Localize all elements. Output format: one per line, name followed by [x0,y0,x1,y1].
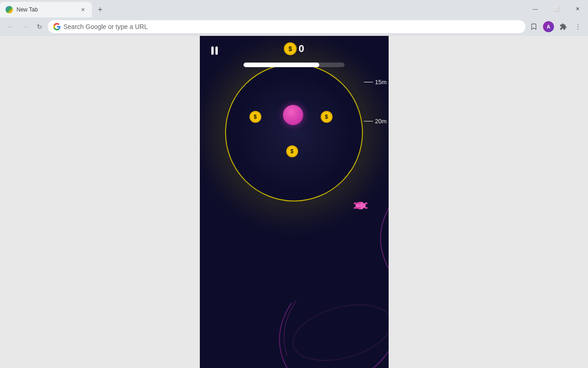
profile-avatar: A [543,21,554,32]
address-bar: ← → ↻ Search Google or type a URL A [0,17,588,36]
forward-button[interactable]: → [18,20,31,33]
coin-symbol-left: $ [254,114,257,120]
svg-rect-11 [365,207,368,209]
svg-rect-6 [356,202,361,204]
tab-title: New Tab [17,6,75,13]
player-car [354,201,368,212]
car-svg [354,201,368,210]
back-button[interactable]: ← [4,20,17,33]
pause-icon [211,46,218,55]
pause-button[interactable] [205,41,224,60]
tab-strip: New Tab ✕ + [0,0,107,17]
reload-button[interactable]: ↻ [33,20,46,33]
bookmark-button[interactable] [527,20,540,33]
svg-rect-7 [356,207,361,209]
active-tab[interactable]: New Tab ✕ [0,2,92,17]
new-tab-button[interactable]: + [94,3,107,16]
coin-bottom: $ [286,145,298,157]
svg-point-0 [577,24,578,25]
coin-symbol-right: $ [325,114,328,120]
svg-rect-9 [354,207,356,209]
chrome-browser: New Tab ✕ + — ⬜ ✕ ← → ↻ Search Google or… [0,0,588,368]
progress-bar [243,63,345,67]
svg-point-3 [287,295,388,368]
search-placeholder: Search Google or type a URL [63,23,520,30]
pink-ball [283,105,303,125]
svg-rect-8 [354,202,356,204]
window-controls: — ⬜ ✕ [525,0,588,17]
coin-symbol-bottom: $ [290,148,294,155]
svg-rect-10 [365,202,368,204]
coin-right: $ [321,111,333,123]
menu-button[interactable] [571,20,584,33]
title-bar: New Tab ✕ + — ⬜ ✕ [0,0,588,17]
page-content: $ 0 15m 20m $ [0,36,588,368]
score-display: $ 0 [284,42,304,55]
close-button[interactable]: ✕ [567,1,588,16]
tab-favicon [6,6,13,13]
coin-symbol: $ [288,45,292,52]
svg-point-1 [577,26,578,27]
minimize-button[interactable]: — [525,1,546,16]
svg-point-2 [577,28,578,29]
extensions-button[interactable] [557,20,570,33]
toolbar-icons: A [527,20,584,33]
tab-close-button[interactable]: ✕ [79,6,86,13]
google-logo [53,23,61,30]
game-canvas[interactable]: $ 0 15m 20m $ [200,36,389,368]
score-coin-icon: $ [284,42,297,55]
address-input[interactable]: Search Google or type a URL [48,20,526,33]
maximize-button[interactable]: ⬜ [546,1,567,16]
score-value: 0 [299,43,304,55]
coin-left: $ [249,111,261,123]
progress-fill [243,63,319,67]
profile-icon[interactable]: A [542,20,555,33]
